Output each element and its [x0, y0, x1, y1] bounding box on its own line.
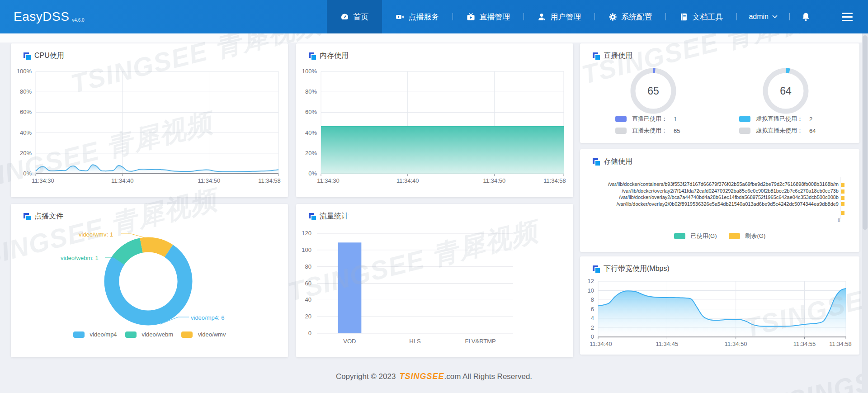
svg-text:11:34:40: 11:34:40	[396, 177, 419, 184]
storage-bar	[841, 183, 844, 187]
svg-text:20%: 20%	[305, 150, 317, 156]
memory-usage-chart: 0%20%40%60%80%100%11:34:3011:34:4011:34:…	[296, 43, 573, 197]
svg-text:0%: 0%	[23, 170, 32, 177]
chart-icon	[24, 213, 31, 220]
svg-text:0: 0	[591, 333, 594, 340]
legend-swatch	[739, 116, 750, 122]
card-title: 下行带宽使用(Mbps)	[593, 264, 670, 274]
storage-path: /var/lib/docker/overlay2/7f141fda72cafd0…	[589, 188, 839, 194]
legend-wmv: video/wmv	[181, 331, 226, 338]
card-storage-usage: 存储使用 /var/lib/docker/containers/b93f553f…	[580, 149, 859, 252]
app-version: v4.6.0	[72, 18, 84, 23]
nav-item-doc-tools[interactable]: 文档工具	[666, 0, 736, 33]
copyright-text: Copyright © 2023	[336, 372, 396, 381]
svg-text:120: 120	[302, 230, 311, 237]
cpu-usage-chart: 0%20%40%60%80%100%11:34:3011:34:4011:34:…	[11, 43, 288, 197]
card-cpu-usage: CPU使用 0%20%40%60%80%100%11:34:3011:34:40…	[11, 43, 288, 197]
chart-icon	[593, 265, 600, 273]
chart-icon	[593, 158, 600, 166]
legend-live-free: 直播未使用： 65	[615, 127, 680, 135]
svg-text:60: 60	[305, 280, 311, 287]
storage-axis-line	[840, 177, 840, 219]
svg-text:8: 8	[591, 296, 594, 303]
svg-text:11:34:40: 11:34:40	[111, 177, 134, 184]
svg-text:60%: 60%	[305, 109, 317, 115]
storage-bar	[841, 211, 844, 215]
copyright-suffix: .com All Rights Reserved.	[444, 372, 532, 381]
nav-item-user-management[interactable]: 用户管理	[524, 0, 594, 33]
hamburger-menu-button[interactable]	[837, 0, 857, 33]
svg-text:20%: 20%	[20, 150, 32, 156]
legend-swatch	[73, 331, 85, 338]
legend-used: 已使用(G)	[674, 232, 717, 240]
card-title: 点播文件	[24, 212, 63, 221]
card-vod-files: 点播文件 video/wmv: 1 video/webm: 1 video/mp…	[11, 204, 288, 357]
legend-swatch	[615, 128, 627, 134]
legend-swatch	[729, 233, 740, 239]
legend-mp4: video/mp4	[73, 331, 117, 338]
storage-bar	[841, 189, 844, 194]
svg-text:65: 65	[647, 85, 659, 97]
card-title: CPU使用	[24, 51, 64, 61]
storage-legend: 已使用(G) 剩余(G)	[580, 232, 859, 240]
legend-live-used: 直播已使用： 1	[615, 115, 677, 123]
svg-text:40%: 40%	[20, 129, 32, 136]
navbar: EasyDSS v4.6.0 首页 点播服务 直播管理	[0, 0, 868, 33]
notifications-button[interactable]	[790, 0, 822, 33]
chart-icon	[309, 52, 316, 60]
svg-text:64: 64	[780, 85, 792, 97]
chart-icon	[24, 52, 31, 60]
svg-text:40: 40	[305, 296, 311, 303]
svg-text:11:34:45: 11:34:45	[656, 341, 679, 347]
svg-text:80%: 80%	[305, 88, 317, 95]
storage-bar	[841, 202, 844, 206]
hamburger-icon	[842, 13, 853, 14]
chart-icon	[309, 213, 316, 220]
scrollbar-thumb[interactable]	[863, 35, 868, 230]
svg-text:11:34:58: 11:34:58	[258, 177, 281, 184]
storage-path: /var/lib/docker/overlay2/bca7a44740bd4a2…	[589, 194, 839, 201]
sub-header-strip	[0, 33, 868, 43]
svg-text:11:34:30: 11:34:30	[317, 177, 340, 184]
gear-icon	[609, 13, 617, 21]
app-logo: EasyDSS v4.6.0	[0, 0, 85, 33]
svg-text:0: 0	[308, 330, 311, 336]
footer: Copyright © 2023TSINGSEE.com All Rights …	[0, 372, 868, 381]
svg-text:11:34:58: 11:34:58	[543, 177, 566, 184]
svg-text:100%: 100%	[302, 68, 317, 75]
svg-text:100%: 100%	[17, 68, 32, 75]
vod-files-legend: video/mp4 video/webm video/wmv	[11, 331, 288, 338]
card-title: 内存使用	[309, 51, 349, 61]
svg-text:80%: 80%	[20, 88, 32, 95]
user-menu[interactable]: admin	[737, 0, 789, 33]
brand-logo: TSINGSEE	[399, 372, 444, 381]
nav-item-system-config[interactable]: 系统配置	[595, 0, 665, 33]
legend-swatch	[181, 331, 193, 338]
svg-text:HLS: HLS	[409, 338, 421, 345]
svg-text:11:34:55: 11:34:55	[793, 341, 816, 347]
card-downlink-bandwidth: 下行带宽使用(Mbps) 02468101211:34:4011:34:4511…	[580, 256, 859, 355]
storage-axis-tick: 8	[838, 218, 840, 223]
svg-text:10: 10	[588, 287, 594, 294]
nav-item-home[interactable]: 首页	[327, 0, 382, 33]
card-memory-usage: 内存使用 0%20%40%60%80%100%11:34:3011:34:401…	[296, 43, 573, 197]
svg-text:11:34:50: 11:34:50	[198, 177, 221, 184]
storage-path-list: /var/lib/docker/containers/b93f553f27d16…	[589, 181, 839, 207]
svg-text:80: 80	[305, 263, 311, 270]
legend-webm: video/webm	[125, 331, 173, 338]
card-title: 存储使用	[593, 157, 632, 166]
nav-item-live-management[interactable]: 直播管理	[453, 0, 524, 33]
storage-path: /var/lib/docker/containers/b93f553f27d16…	[589, 181, 839, 188]
legend-swatch	[674, 233, 685, 239]
svg-text:20: 20	[305, 313, 311, 320]
scrollbar-track[interactable]	[862, 33, 868, 393]
live-tv-icon	[467, 13, 475, 21]
legend-swatch	[739, 128, 750, 134]
svg-text:12: 12	[588, 278, 594, 284]
nav-item-vod-service[interactable]: 点播服务	[382, 0, 453, 33]
legend-remaining: 剩余(G)	[729, 232, 766, 240]
svg-text:100: 100	[302, 246, 311, 253]
pie-callout-mp4: video/mp4: 6	[191, 314, 224, 321]
svg-text:4: 4	[591, 315, 594, 322]
pie-callout-wmv: video/wmv: 1	[79, 231, 113, 238]
